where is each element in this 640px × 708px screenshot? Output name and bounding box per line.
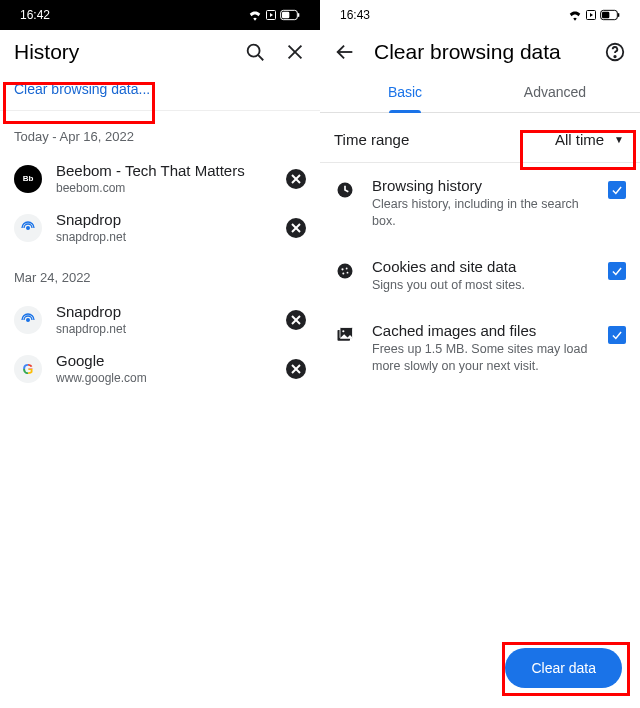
status-time: 16:42 [20,8,50,22]
time-range-label: Time range [334,131,409,148]
option-title: Cookies and site data [372,258,592,275]
time-range-row: Time range All time ▼ [320,113,640,163]
tab-basic[interactable]: Basic [330,74,480,112]
favicon-snapdrop [14,214,42,242]
history-item-text: Google www.google.com [56,352,272,385]
clear-data-header: Clear browsing data [320,30,640,74]
option-browsing-history[interactable]: Browsing history Clears history, includi… [320,163,640,244]
help-icon[interactable] [604,41,626,63]
clear-browsing-data-link[interactable]: Clear browsing data... [14,81,150,97]
option-desc: Signs you out of most sites. [372,277,592,294]
svg-point-30 [346,267,348,269]
svg-point-11 [27,226,30,229]
remove-item-icon[interactable] [286,218,306,238]
battery-icon [280,9,300,21]
option-text: Cookies and site data Signs you out of m… [372,258,592,294]
remove-item-icon[interactable] [286,169,306,189]
chevron-down-icon: ▼ [614,134,624,145]
history-item-title: Snapdrop [56,303,272,320]
history-item-text: Snapdrop snapdrop.net [56,211,272,244]
checkbox[interactable] [608,326,626,344]
svg-marker-1 [270,13,273,17]
history-item-text: Snapdrop snapdrop.net [56,303,272,336]
option-cached-images[interactable]: Cached images and files Frees up 1.5 MB.… [320,308,640,389]
history-item[interactable]: Snapdrop snapdrop.net [0,295,320,344]
time-range-select[interactable]: All time ▼ [555,131,626,148]
svg-rect-3 [282,12,289,19]
svg-line-6 [258,55,263,60]
tab-advanced[interactable]: Advanced [480,74,630,112]
svg-rect-23 [618,13,619,17]
status-bar: 16:43 [320,0,640,30]
history-item-url: snapdrop.net [56,322,272,336]
remove-item-icon[interactable] [286,359,306,379]
option-cookies[interactable]: Cookies and site data Signs you out of m… [320,244,640,308]
history-item-text: Beebom - Tech That Matters beebom.com [56,162,272,195]
option-desc: Clears history, including in the search … [372,196,592,230]
history-item[interactable]: Snapdrop snapdrop.net [0,203,320,252]
svg-point-5 [248,45,260,57]
option-title: Cached images and files [372,322,592,339]
status-time: 16:43 [340,8,370,22]
clear-data-button[interactable]: Clear data [505,648,622,688]
svg-point-35 [342,330,344,332]
time-range-value: All time [555,131,604,148]
favicon-snapdrop [14,306,42,334]
history-item-url: www.google.com [56,371,272,385]
checkbox[interactable] [608,181,626,199]
svg-point-28 [338,263,353,278]
history-item-title: Beebom - Tech That Matters [56,162,272,179]
clear-browsing-data-row: Clear browsing data... [0,74,320,111]
back-icon[interactable] [334,41,356,63]
history-item[interactable]: Bb Beebom - Tech That Matters beebom.com [0,154,320,203]
option-desc: Frees up 1.5 MB. Some sites may load mor… [372,341,592,375]
date-group-label: Today - Apr 16, 2022 [0,111,320,154]
tab-bar: Basic Advanced [320,74,640,113]
images-icon [334,324,356,346]
svg-point-14 [27,318,30,321]
history-header: History [0,30,320,74]
cast-icon [585,9,597,21]
svg-point-29 [341,268,343,270]
option-text: Cached images and files Frees up 1.5 MB.… [372,322,592,375]
wifi-icon [248,9,262,21]
favicon-google: G [14,355,42,383]
svg-point-26 [614,56,615,57]
history-item-title: Google [56,352,272,369]
battery-icon [600,9,620,21]
history-item-url: beebom.com [56,181,272,195]
search-icon[interactable] [244,41,266,63]
remove-item-icon[interactable] [286,310,306,330]
svg-point-32 [347,272,349,274]
history-item[interactable]: G Google www.google.com [0,344,320,393]
favicon-beebom: Bb [14,165,42,193]
history-item-title: Snapdrop [56,211,272,228]
status-icons [248,9,300,21]
option-title: Browsing history [372,177,592,194]
cookie-icon [334,260,356,282]
clear-data-screen: 16:43 Clear browsing data Basic Advanced… [320,0,640,708]
close-icon[interactable] [284,41,306,63]
page-title: Clear browsing data [374,40,586,64]
svg-rect-22 [602,12,609,19]
clock-icon [334,179,356,201]
clear-data-button-area: Clear data [505,648,622,688]
cast-icon [265,9,277,21]
date-group-label: Mar 24, 2022 [0,252,320,295]
wifi-icon [568,9,582,21]
history-screen: 16:42 History Clear browsing data... Tod… [0,0,320,708]
svg-point-31 [342,272,344,274]
status-bar: 16:42 [0,0,320,30]
history-item-url: snapdrop.net [56,230,272,244]
svg-marker-20 [590,13,593,17]
page-title: History [14,40,79,64]
option-text: Browsing history Clears history, includi… [372,177,592,230]
status-icons [568,9,620,21]
checkbox[interactable] [608,262,626,280]
svg-rect-4 [298,13,299,17]
